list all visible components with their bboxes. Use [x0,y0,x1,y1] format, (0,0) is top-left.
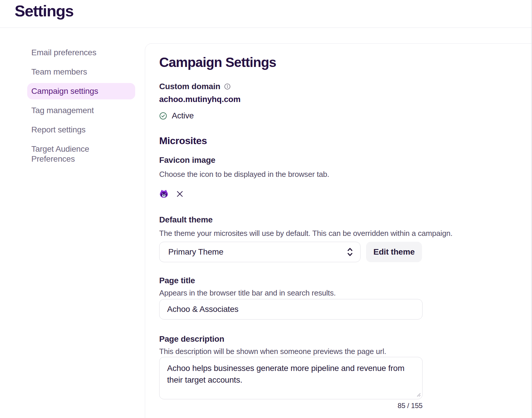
domain-status-row: Active [159,111,532,121]
microsites-heading: Microsites [159,135,532,146]
sidebar-item-report-settings[interactable]: Report settings [27,122,135,138]
default-theme-row: Primary Theme Edit theme [159,242,532,262]
default-theme-description: The theme your microsites will use by de… [159,228,532,238]
custom-domain-value: achoo.mutinyhq.com [159,94,532,104]
page-title: Settings [15,2,532,20]
settings-sidebar: Email preferences Team members Campaign … [0,28,135,170]
raccoon-favicon-image[interactable] [159,189,169,198]
sidebar-item-team-members[interactable]: Team members [27,64,135,80]
resize-handle-icon[interactable] [416,392,421,397]
custom-domain-label-row: Custom domain [159,82,532,91]
page-description-help: This description will be shown when some… [159,346,532,356]
page-title-input[interactable] [159,299,423,319]
favicon-label: Favicon image [159,155,532,165]
info-icon[interactable] [224,83,231,90]
page-header: Settings [0,0,532,28]
scrollbar-track[interactable] [531,0,532,418]
sidebar-item-campaign-settings[interactable]: Campaign settings [27,83,135,99]
page-description-textarea[interactable]: Achoo helps businesses generate more pip… [159,357,423,399]
sidebar-item-tag-management[interactable]: Tag management [27,102,135,119]
edit-theme-button[interactable]: Edit theme [366,242,422,262]
favicon-row [159,189,532,198]
page-description-wrap: Achoo helps businesses generate more pip… [159,357,423,399]
default-theme-label: Default theme [159,215,532,225]
content-area: Email preferences Team members Campaign … [0,28,532,418]
panel-heading: Campaign Settings [159,55,532,70]
sidebar-item-target-audience-preferences[interactable]: Target Audience Preferences [27,141,135,167]
chevron-up-down-icon [347,247,353,257]
favicon-description: Choose the icon to be displayed in the b… [159,169,532,179]
remove-favicon-icon[interactable] [176,190,183,198]
theme-select-value: Primary Theme [168,247,223,257]
campaign-settings-panel: Campaign Settings Custom domain achoo.mu… [145,43,532,418]
char-count: 85 / 155 [159,402,423,410]
page-description-label: Page description [159,334,532,344]
page-title-label: Page title [159,276,532,286]
page-title-description: Appears in the browser title bar and in … [159,288,532,298]
status-badge: Active [172,111,194,121]
theme-select[interactable]: Primary Theme [159,242,361,262]
check-circle-icon [159,112,167,120]
custom-domain-label: Custom domain [159,82,220,91]
sidebar-item-email-preferences[interactable]: Email preferences [27,44,135,61]
